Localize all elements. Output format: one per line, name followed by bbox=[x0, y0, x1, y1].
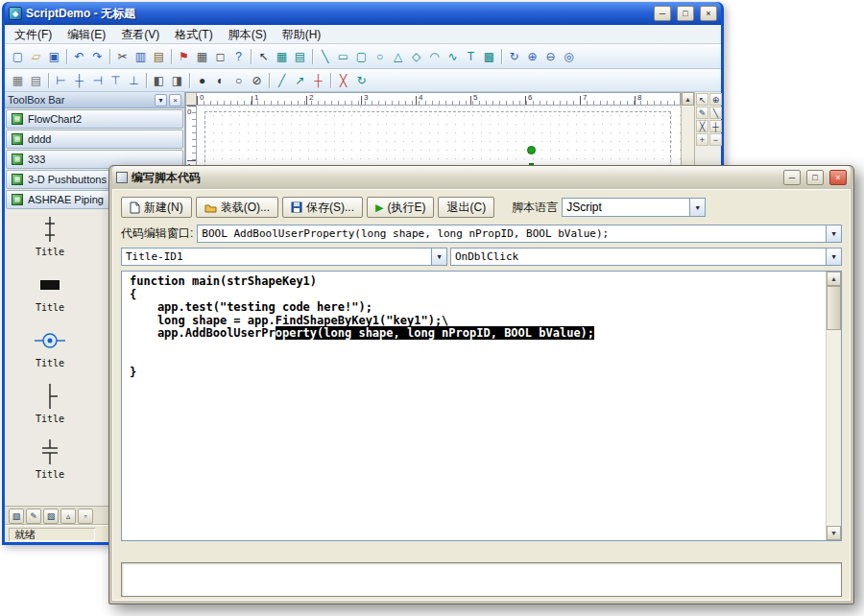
triangle-tool-button[interactable]: △ bbox=[389, 47, 407, 65]
new-script-button[interactable]: 新建(N) bbox=[121, 197, 192, 218]
rotate-button[interactable]: ↻ bbox=[505, 47, 523, 65]
snap-grid-button[interactable]: ▦ bbox=[9, 71, 27, 89]
ellipse-tool-button[interactable]: ○ bbox=[371, 47, 389, 65]
stencil-instrument-line[interactable]: Title bbox=[9, 214, 91, 270]
toolbox-close-button[interactable]: × bbox=[169, 94, 181, 107]
load-script-button[interactable]: 装载(O)... bbox=[196, 197, 278, 218]
preview-button[interactable]: ◻ bbox=[211, 47, 229, 65]
menu-edit[interactable]: 编辑(E) bbox=[60, 25, 113, 44]
dialog-close-button[interactable]: × bbox=[829, 170, 847, 185]
menu-file[interactable]: 文件(F) bbox=[7, 25, 60, 44]
dialog-minimize-button[interactable]: ─ bbox=[783, 170, 801, 185]
api-signature-combo[interactable]: BOOL AddBoolUserProperty(long shape, lon… bbox=[197, 225, 842, 243]
no-fill-button[interactable]: ⊘ bbox=[248, 71, 266, 89]
align-bottom-button[interactable]: ⊥ bbox=[125, 71, 143, 89]
text-tool-button[interactable]: T bbox=[462, 47, 480, 65]
paste-button[interactable]: ▤ bbox=[150, 47, 168, 65]
fill-half-button[interactable]: ◐ bbox=[211, 71, 229, 89]
remove-point-button[interactable]: − bbox=[709, 133, 722, 146]
show-rulers-button[interactable]: ▤ bbox=[27, 71, 45, 89]
rect-tool-button[interactable]: ▭ bbox=[334, 47, 352, 65]
shape-node[interactable] bbox=[527, 146, 536, 154]
line-draw-button[interactable]: ╲ bbox=[709, 107, 722, 119]
scrollbar-track[interactable] bbox=[827, 330, 841, 526]
connector-button[interactable]: ╱ bbox=[273, 71, 291, 89]
curve-tool-button[interactable]: ∿ bbox=[444, 47, 462, 65]
fill-solid-button[interactable]: ● bbox=[193, 71, 211, 89]
select-pointer-button[interactable]: ↖ bbox=[696, 93, 708, 106]
erase-tool-button[interactable]: ╳ bbox=[696, 120, 708, 132]
zoom-tool-button[interactable]: ⊕ bbox=[709, 93, 722, 106]
main-titlebar[interactable]: ◆ ScriptDemo - 无标题 ─ □ × bbox=[5, 2, 721, 25]
help-button[interactable]: ? bbox=[229, 47, 248, 65]
scroll-up-icon[interactable]: ▲ bbox=[682, 92, 694, 106]
scrollbar-thumb[interactable] bbox=[827, 286, 841, 330]
stencil-edit-button[interactable]: ✎ bbox=[26, 509, 41, 524]
group-button[interactable]: ◧ bbox=[150, 71, 168, 89]
dropdown-arrow-icon[interactable]: ▼ bbox=[431, 249, 446, 265]
scroll-up-icon[interactable]: ▲ bbox=[827, 272, 841, 286]
minimize-button[interactable]: ─ bbox=[654, 6, 671, 21]
scroll-down-icon[interactable]: ▼ bbox=[827, 526, 841, 540]
close-button[interactable]: × bbox=[700, 6, 717, 21]
pointer-button[interactable]: ↖ bbox=[254, 47, 273, 65]
toolbox-category-dddd[interactable]: ▦dddd bbox=[6, 130, 183, 149]
new-button[interactable]: ▢ bbox=[9, 47, 27, 65]
add-point-button[interactable]: + bbox=[696, 133, 708, 146]
dialog-titlebar[interactable]: 编写脚本代码 ─ □ × bbox=[112, 166, 851, 189]
stencil-view-button[interactable]: ▧ bbox=[9, 509, 24, 524]
open-button[interactable]: ▱ bbox=[27, 47, 45, 65]
output-area[interactable] bbox=[121, 562, 842, 597]
align-center-button[interactable]: ┼ bbox=[70, 71, 88, 89]
crosshair-button[interactable]: ┼ bbox=[309, 71, 327, 89]
stencil-capacitor[interactable]: Title bbox=[9, 437, 91, 492]
arrow-connector-button[interactable]: ↗ bbox=[291, 71, 309, 89]
maximize-button[interactable]: □ bbox=[677, 6, 694, 21]
align-right-button[interactable]: ⊣ bbox=[88, 71, 107, 89]
flag-button[interactable]: ⚑ bbox=[175, 47, 193, 65]
menu-view[interactable]: 查看(V) bbox=[113, 25, 167, 44]
stencil-sort-button[interactable]: ▵ bbox=[60, 509, 76, 524]
shape-id-combo[interactable]: Title-ID1 ▼ bbox=[121, 248, 447, 266]
cut-button[interactable]: ✂ bbox=[113, 47, 132, 65]
stencil-solid-rect[interactable]: Title bbox=[9, 270, 91, 325]
cross-tool-button[interactable]: ┼ bbox=[709, 120, 722, 132]
undo-button[interactable]: ↶ bbox=[70, 47, 88, 65]
copy-button[interactable]: ▥ bbox=[132, 47, 150, 65]
exit-button[interactable]: 退出(C) bbox=[438, 197, 494, 218]
code-editor[interactable]: function main(strShapeKey1){ app.test("t… bbox=[121, 271, 842, 541]
diamond-tool-button[interactable]: ◇ bbox=[407, 47, 425, 65]
dropdown-arrow-icon[interactable]: ▼ bbox=[826, 249, 841, 265]
stencil-list-button[interactable]: ▫ bbox=[78, 509, 93, 524]
event-combo[interactable]: OnDblClick ▼ bbox=[450, 248, 842, 266]
redo-button[interactable]: ↷ bbox=[88, 47, 107, 65]
save-script-button[interactable]: 保存(S)... bbox=[282, 197, 363, 218]
refresh-button[interactable]: ↻ bbox=[352, 71, 371, 89]
arc-tool-button[interactable]: ◠ bbox=[425, 47, 444, 65]
ungroup-button[interactable]: ◨ bbox=[168, 71, 186, 89]
grid-button[interactable]: ▦ bbox=[273, 47, 291, 65]
line-tool-button[interactable]: ╲ bbox=[316, 47, 334, 65]
delete-button[interactable]: ╳ bbox=[334, 71, 352, 89]
save-button[interactable]: ▣ bbox=[45, 47, 63, 65]
stencil-circle-port[interactable]: Title bbox=[9, 325, 91, 381]
dropdown-arrow-icon[interactable]: ▼ bbox=[689, 199, 705, 216]
toolbox-category-flowchart2[interactable]: ▦FlowChart2 bbox=[6, 109, 183, 129]
toolbox-collapse-button[interactable]: ▾ bbox=[155, 94, 167, 107]
fill-none-button[interactable]: ○ bbox=[229, 71, 248, 89]
table-button[interactable]: ▤ bbox=[291, 47, 309, 65]
zoom-out-button[interactable]: ⊖ bbox=[541, 47, 560, 65]
menu-help[interactable]: 帮助(H) bbox=[275, 25, 329, 44]
align-left-button[interactable]: ⊢ bbox=[52, 71, 70, 89]
dialog-maximize-button[interactable]: □ bbox=[806, 170, 824, 185]
menu-script[interactable]: 脚本(S) bbox=[221, 25, 275, 44]
print-button[interactable]: ▦ bbox=[193, 47, 211, 65]
roundrect-tool-button[interactable]: ▢ bbox=[352, 47, 371, 65]
dropdown-arrow-icon[interactable]: ▼ bbox=[826, 225, 841, 242]
stencil-page-button[interactable]: ▨ bbox=[43, 509, 59, 524]
run-script-button[interactable]: ▶ (执行E) bbox=[367, 197, 434, 218]
editor-vscrollbar[interactable]: ▲ ▼ bbox=[826, 272, 841, 540]
menu-format[interactable]: 格式(T) bbox=[167, 25, 220, 44]
align-top-button[interactable]: ⊤ bbox=[107, 71, 125, 89]
image-tool-button[interactable]: ▩ bbox=[480, 47, 498, 65]
